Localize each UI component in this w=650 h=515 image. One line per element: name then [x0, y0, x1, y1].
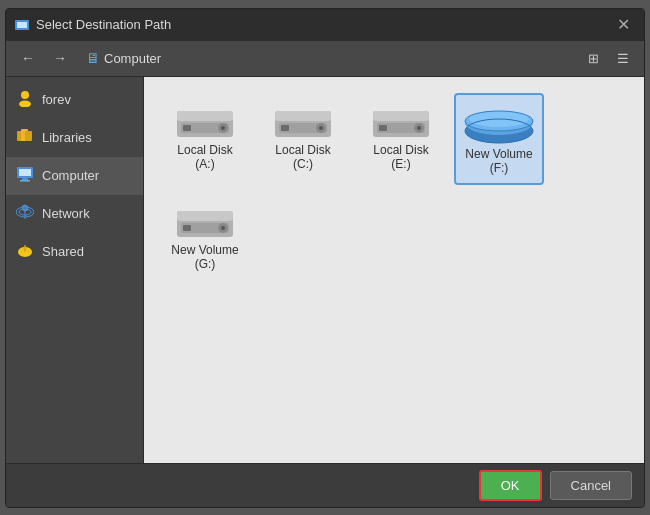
sidebar-label-libraries: Libraries	[42, 130, 92, 145]
svg-rect-1	[17, 22, 27, 28]
disk-icon-e	[369, 103, 433, 143]
file-item-local-a[interactable]: Local Disk (A:)	[160, 93, 250, 185]
sidebar-label-shared: Shared	[42, 244, 84, 259]
user-icon	[16, 89, 34, 111]
file-item-local-e[interactable]: Local Disk (E:)	[356, 93, 446, 185]
ok-button[interactable]: OK	[479, 470, 542, 501]
computer-sidebar-icon	[16, 165, 34, 187]
view-controls: ⊞ ☰	[581, 48, 636, 69]
network-icon	[16, 203, 34, 225]
sidebar-item-libraries[interactable]: Libraries	[6, 119, 143, 157]
shared-icon	[16, 241, 34, 263]
svg-rect-8	[19, 169, 31, 176]
svg-point-46	[221, 226, 225, 230]
sidebar-label-forev: forev	[42, 92, 71, 107]
svg-rect-9	[22, 178, 28, 180]
disk-icon-a	[173, 103, 237, 143]
cancel-button[interactable]: Cancel	[550, 471, 632, 500]
libraries-icon	[16, 127, 34, 149]
footer: OK Cancel	[6, 463, 644, 507]
disk-label-a: Local Disk (A:)	[166, 143, 244, 171]
title-bar-icon	[14, 17, 30, 33]
svg-point-34	[417, 126, 421, 130]
svg-rect-44	[183, 225, 191, 231]
svg-point-2	[21, 91, 29, 99]
sidebar-label-network: Network	[42, 206, 90, 221]
disk-icon-f	[463, 103, 535, 147]
sidebar-item-computer[interactable]: Computer	[6, 157, 143, 195]
disk-label-e: Local Disk (E:)	[362, 143, 440, 171]
disk-label-f: New Volume (F:)	[460, 147, 538, 175]
disk-label-g: New Volume (G:)	[166, 243, 244, 271]
breadcrumb-text: Computer	[104, 51, 161, 66]
sidebar: forev Libraries	[6, 77, 144, 463]
sidebar-item-network[interactable]: Network	[6, 195, 143, 233]
disk-label-c: Local Disk (C:)	[264, 143, 342, 171]
back-button[interactable]: ←	[14, 47, 42, 69]
svg-rect-32	[379, 125, 387, 131]
computer-icon: 🖥	[86, 50, 100, 66]
svg-rect-18	[177, 111, 233, 121]
svg-rect-30	[373, 111, 429, 121]
file-item-local-c[interactable]: Local Disk (C:)	[258, 93, 348, 185]
svg-rect-20	[183, 125, 191, 131]
main-content: forev Libraries	[6, 77, 644, 463]
svg-rect-6	[25, 131, 32, 141]
title-bar-title: Select Destination Path	[36, 17, 611, 32]
disk-icon-c	[271, 103, 335, 143]
sidebar-item-shared[interactable]: Shared	[6, 233, 143, 271]
file-item-new-vol-f[interactable]: New Volume (F:)	[454, 93, 544, 185]
toolbar: ← → 🖥 Computer ⊞ ☰	[6, 41, 644, 77]
disk-icon-g	[173, 203, 237, 243]
sidebar-item-forev[interactable]: forev	[6, 81, 143, 119]
svg-point-28	[319, 126, 323, 130]
svg-point-22	[221, 126, 225, 130]
file-area: Local Disk (A:) Local Disk (C:)	[144, 77, 644, 463]
svg-rect-10	[20, 180, 30, 182]
sidebar-label-computer: Computer	[42, 168, 99, 183]
svg-rect-42	[177, 211, 233, 221]
svg-rect-26	[281, 125, 289, 131]
grid-view-button[interactable]: ⊞	[581, 48, 606, 69]
file-item-new-vol-g[interactable]: New Volume (G:)	[160, 193, 250, 281]
title-bar: Select Destination Path ✕	[6, 9, 644, 41]
breadcrumb: 🖥 Computer	[86, 50, 161, 66]
svg-rect-24	[275, 111, 331, 121]
close-button[interactable]: ✕	[611, 13, 636, 36]
forward-button[interactable]: →	[46, 47, 74, 69]
dialog: Select Destination Path ✕ ← → 🖥 Computer…	[5, 8, 645, 508]
svg-point-3	[19, 100, 31, 107]
list-view-button[interactable]: ☰	[610, 48, 636, 69]
